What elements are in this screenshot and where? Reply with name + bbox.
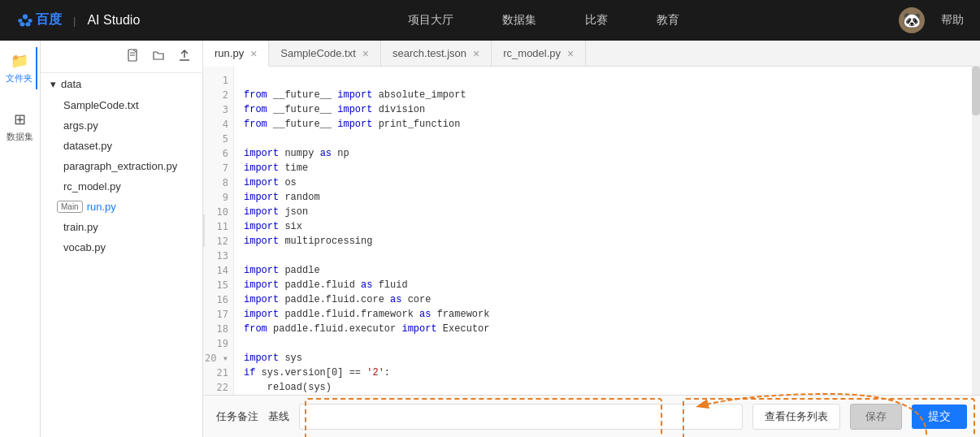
folder-name: data	[61, 78, 81, 90]
nav-competition[interactable]: 比赛	[585, 13, 608, 28]
scrollbar[interactable]	[972, 67, 980, 395]
tab-label: rc_model.py	[503, 47, 561, 59]
left-tab-icons: 📁 文件夹 ⊞ 数据集	[0, 41, 41, 437]
close-icon[interactable]: ×	[362, 48, 369, 59]
topbar-nav: 项目大厅 数据集 比赛 教育	[189, 13, 899, 28]
logo-aistudio: AI Studio	[87, 13, 140, 28]
run-py-label: run.py	[87, 201, 116, 213]
tab-label: search.test.json	[392, 47, 466, 59]
list-item[interactable]: train.py	[41, 217, 202, 237]
sidebar-label-datasets: 数据集	[7, 131, 33, 143]
editor-tabs: run.py × SampleCode.txt × search.test.js…	[203, 41, 980, 67]
task-input[interactable]	[299, 404, 743, 430]
folder-icon: 📁	[11, 52, 28, 70]
main-badge: Main	[57, 201, 83, 213]
nav-projects[interactable]: 项目大厅	[408, 13, 453, 28]
nav-datasets[interactable]: 数据集	[502, 13, 536, 28]
file-panel-header	[41, 41, 202, 73]
tab-label: run.py	[215, 47, 244, 59]
scrollbar-thumb[interactable]	[972, 67, 980, 115]
topbar: 百度 | AI Studio 项目大厅 数据集 比赛 教育 🐼 帮助	[0, 0, 980, 41]
bottom-bar: 任务备注 基线 查看任务列表 保存 提交	[203, 395, 980, 437]
svg-point-4	[25, 22, 30, 26]
svg-point-0	[23, 15, 28, 19]
code-content[interactable]: from __future__ import absolute_import f…	[234, 67, 980, 395]
file-panel: ▾ data SampleCode.txt args.py dataset.py…	[41, 41, 203, 437]
svg-point-3	[20, 22, 24, 26]
tab-rc-model[interactable]: rc_model.py ×	[492, 41, 586, 66]
close-icon[interactable]: ×	[250, 48, 257, 59]
task-note-label: 任务备注	[216, 409, 258, 424]
list-item[interactable]: SampleCode.txt	[41, 95, 202, 115]
tab-search-test[interactable]: search.test.json ×	[381, 41, 492, 66]
new-folder-btn[interactable]	[149, 47, 168, 66]
logo: 百度 | AI Studio	[16, 11, 140, 29]
tab-run-py[interactable]: run.py ×	[203, 41, 269, 67]
close-icon[interactable]: ×	[567, 48, 574, 59]
submit-button[interactable]: 提交	[912, 405, 967, 429]
tab-label: SampleCode.txt	[280, 47, 356, 59]
logo-baidu: 百度	[16, 11, 62, 29]
tab-samplecode[interactable]: SampleCode.txt ×	[269, 41, 381, 66]
collapse-panel-btn[interactable]: ◀	[203, 214, 205, 247]
list-item[interactable]: paragraph_extraction.py	[41, 156, 202, 176]
editor-area: run.py × SampleCode.txt × search.test.js…	[203, 41, 980, 437]
file-tree: ▾ data SampleCode.txt args.py dataset.py…	[41, 73, 202, 257]
logo-divider: |	[73, 15, 76, 27]
upload-btn[interactable]	[175, 47, 194, 66]
line-numbers: 1 2 3 4 5 6 7 8 9 10 11 12 13 14 15 16 1	[203, 67, 234, 395]
close-icon[interactable]: ×	[473, 48, 479, 59]
list-item[interactable]: rc_model.py	[41, 176, 202, 197]
code-editor: ◀ 1 2 3 4 5 6 7 8 9 10 11 12 13 14 15	[203, 67, 980, 395]
sidebar-icon-files[interactable]: 📁 文件夹	[2, 47, 37, 89]
nav-education[interactable]: 教育	[657, 13, 679, 28]
list-item[interactable]: args.py	[41, 115, 202, 136]
sidebar-icon-datasets[interactable]: ⊞ 数据集	[3, 106, 37, 148]
topbar-right: 🐼 帮助	[899, 7, 964, 33]
save-button[interactable]: 保存	[850, 404, 902, 430]
run-py-row[interactable]: Main run.py	[41, 197, 202, 217]
folder-data[interactable]: ▾ data	[41, 73, 202, 95]
list-item[interactable]: vocab.py	[41, 237, 202, 257]
chevron-down-icon: ▾	[50, 78, 56, 90]
help-link[interactable]: 帮助	[941, 13, 964, 28]
avatar[interactable]: 🐼	[899, 7, 925, 33]
list-item[interactable]: dataset.py	[41, 136, 202, 156]
sidebar-label-files: 文件夹	[6, 72, 33, 84]
new-file-btn[interactable]	[123, 47, 142, 66]
view-tasks-button[interactable]: 查看任务列表	[752, 404, 840, 430]
baseline-label: 基线	[268, 409, 289, 424]
left-section: 📁 文件夹 ⊞ 数据集	[0, 41, 203, 437]
dataset-icon: ⊞	[14, 110, 26, 128]
